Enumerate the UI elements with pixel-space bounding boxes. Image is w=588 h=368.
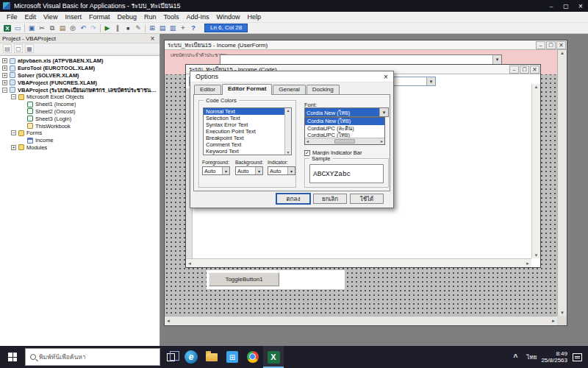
- panel-close-icon[interactable]: [148, 35, 157, 43]
- toolbox-icon[interactable]: [178, 24, 188, 33]
- taskbar-clock[interactable]: 8:49 25/8/2563: [541, 350, 573, 364]
- form-window-titlebar[interactable]: ระบบ_ทะเบียน15 - Income (UserForm): [165, 40, 567, 50]
- view-code-icon[interactable]: ▤: [3, 44, 12, 53]
- expander-icon[interactable]: [2, 58, 7, 63]
- expander-icon[interactable]: [11, 145, 16, 150]
- expander-icon[interactable]: [11, 94, 16, 99]
- menu-tools[interactable]: Tools: [159, 12, 182, 23]
- file-explorer-icon[interactable]: [201, 346, 222, 368]
- tree-item-forms[interactable]: Forms: [0, 130, 159, 137]
- help-icon[interactable]: [188, 24, 198, 33]
- view-object-icon[interactable]: ▢: [14, 44, 23, 53]
- tree-item-thisworkbook[interactable]: ThisWorkbook: [0, 122, 159, 130]
- language-indicator[interactable]: ไทย: [522, 353, 541, 362]
- foreground-dropdown[interactable]: Auto: [202, 166, 230, 175]
- project-explorer-icon[interactable]: [147, 24, 157, 33]
- properties-window-icon[interactable]: [157, 24, 168, 33]
- expander-icon[interactable]: [2, 73, 7, 78]
- tab-editor-format[interactable]: Editor Format: [222, 84, 272, 95]
- expander-icon[interactable]: [11, 130, 16, 135]
- indicator-dropdown[interactable]: Auto: [268, 166, 295, 175]
- object-browser-icon[interactable]: [168, 24, 178, 33]
- form-combobox[interactable]: [220, 54, 502, 65]
- close-icon[interactable]: [530, 66, 539, 74]
- save-icon[interactable]: [26, 24, 37, 33]
- listbox-scrollbar[interactable]: ▲▼: [284, 108, 291, 155]
- cancel-button[interactable]: ยกเลิก: [313, 194, 347, 204]
- form-vertical-scrollbar[interactable]: ▲▼: [557, 50, 567, 316]
- redo-icon[interactable]: [88, 24, 98, 33]
- expander-icon[interactable]: [2, 88, 7, 93]
- menu-help[interactable]: Help: [244, 12, 265, 23]
- notification-center-icon[interactable]: [573, 353, 582, 361]
- list-item[interactable]: Breakpoint Text: [204, 135, 291, 141]
- font-list-scrollbar[interactable]: ◄►: [305, 138, 384, 144]
- menu-file[interactable]: File: [3, 12, 21, 23]
- tree-item-income-form[interactable]: Income: [0, 137, 159, 144]
- menu-debug[interactable]: Debug: [113, 12, 140, 23]
- find-icon[interactable]: [68, 24, 78, 33]
- maximize-icon[interactable]: [520, 66, 529, 74]
- tree-item-sheet2[interactable]: Sheet2 (Oncost): [0, 108, 159, 116]
- list-item[interactable]: Keyword Text: [204, 148, 291, 155]
- expander-icon[interactable]: [2, 66, 7, 71]
- scrollbar-thumb[interactable]: [334, 139, 355, 144]
- tree-item-sheet3[interactable]: Sheet3 (Login): [0, 115, 159, 122]
- menu-view[interactable]: View: [40, 12, 61, 23]
- minimize-icon[interactable]: [509, 66, 519, 74]
- dialog-titlebar[interactable]: Options: [190, 71, 393, 82]
- break-icon[interactable]: [112, 24, 123, 33]
- cut-icon[interactable]: [37, 24, 47, 33]
- apply-button[interactable]: ใช้ได้: [350, 194, 384, 204]
- tree-item-funcres[interactable]: VBAProject (FUNCRES.XLAM): [0, 79, 159, 86]
- close-icon[interactable]: [556, 41, 566, 49]
- menu-format[interactable]: Format: [85, 12, 114, 23]
- font-option[interactable]: CordiaUPC (ละติน): [305, 125, 384, 132]
- code-horizontal-scrollbar[interactable]: ◄►: [186, 258, 531, 267]
- tree-item-atpvbaen[interactable]: atpvbaen.xls (ATPVBAEN.XLAM): [0, 57, 159, 65]
- list-item[interactable]: Selection Text: [204, 115, 291, 121]
- view-excel-icon[interactable]: [2, 24, 12, 33]
- tree-item-eurotool[interactable]: EuroTool (EUROTOOL.XLAM): [0, 65, 159, 72]
- reset-icon[interactable]: [123, 24, 133, 33]
- form-horizontal-scrollbar[interactable]: ◄►: [165, 316, 557, 325]
- minimize-icon[interactable]: [544, 0, 559, 12]
- code-colors-listbox[interactable]: Normal Text Selection Text Syntax Error …: [203, 107, 292, 155]
- run-icon[interactable]: [102, 24, 112, 33]
- code-vertical-scrollbar[interactable]: ▲▼: [531, 84, 540, 258]
- list-item[interactable]: Syntax Error Text: [204, 121, 291, 128]
- taskbar-search[interactable]: [25, 348, 160, 366]
- insert-userform-icon[interactable]: [12, 24, 23, 33]
- chrome-icon[interactable]: [243, 346, 263, 368]
- menu-window[interactable]: Window: [213, 12, 244, 23]
- list-item[interactable]: Comment Text: [204, 141, 291, 148]
- tree-item-vbaproject[interactable]: VBAProject (ระบบทะเบียนเกษตรกร_เลขบัตรปร…: [0, 86, 159, 93]
- undo-icon[interactable]: [78, 24, 88, 33]
- menu-run[interactable]: Run: [140, 12, 160, 23]
- close-icon[interactable]: [573, 0, 588, 12]
- list-item[interactable]: Normal Text: [204, 108, 291, 115]
- tray-chevron-icon[interactable]: ^: [509, 353, 522, 361]
- background-dropdown[interactable]: Auto: [235, 166, 263, 175]
- font-combobox[interactable]: Cordia New (ไทย): [304, 107, 389, 117]
- menu-edit[interactable]: Edit: [21, 12, 40, 23]
- dialog-close-icon[interactable]: [379, 73, 393, 81]
- tree-item-solver[interactable]: Solver (SOLVER.XLAM): [0, 72, 159, 79]
- toggle-button-control[interactable]: ToggleButton1: [209, 272, 279, 286]
- expander-icon[interactable]: [2, 80, 7, 85]
- list-item[interactable]: Execution Point Text: [204, 128, 291, 135]
- maximize-icon[interactable]: [546, 41, 556, 49]
- search-input[interactable]: [39, 353, 155, 361]
- font-option[interactable]: Cordia New (ไทย): [305, 118, 384, 125]
- excel-icon[interactable]: X: [263, 346, 284, 368]
- copy-icon[interactable]: [47, 24, 57, 33]
- paste-icon[interactable]: [57, 24, 68, 33]
- tree-item-sheet1[interactable]: Sheet1 (Income): [0, 101, 159, 108]
- tree-item-modules[interactable]: Modules: [0, 144, 159, 152]
- edge-icon[interactable]: e: [181, 346, 201, 368]
- menu-addins[interactable]: Add-Ins: [182, 12, 212, 23]
- design-mode-icon[interactable]: [133, 24, 143, 33]
- maximize-icon[interactable]: [559, 0, 573, 12]
- toggle-folders-icon[interactable]: ▦: [25, 44, 34, 53]
- tree-item-excel-objects[interactable]: Microsoft Excel Objects: [0, 93, 159, 101]
